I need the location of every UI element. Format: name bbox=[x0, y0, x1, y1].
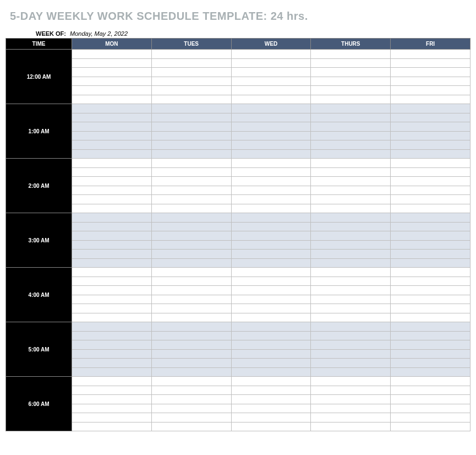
schedule-cell[interactable] bbox=[391, 359, 470, 368]
schedule-cell[interactable] bbox=[231, 167, 311, 177]
schedule-cell[interactable] bbox=[391, 195, 470, 204]
schedule-cell[interactable] bbox=[391, 122, 470, 132]
schedule-cell[interactable] bbox=[231, 367, 311, 377]
schedule-cell[interactable] bbox=[311, 122, 391, 132]
schedule-cell[interactable] bbox=[311, 413, 391, 422]
schedule-cell[interactable] bbox=[311, 295, 391, 304]
schedule-cell[interactable] bbox=[151, 359, 231, 368]
schedule-cell[interactable] bbox=[311, 250, 391, 259]
schedule-cell[interactable] bbox=[72, 240, 152, 250]
schedule-cell[interactable] bbox=[231, 149, 311, 159]
schedule-cell[interactable] bbox=[151, 277, 231, 286]
schedule-cell[interactable] bbox=[231, 386, 311, 395]
schedule-cell[interactable] bbox=[151, 149, 231, 159]
schedule-cell[interactable] bbox=[311, 77, 391, 86]
schedule-cell[interactable] bbox=[311, 377, 391, 386]
schedule-cell[interactable] bbox=[391, 240, 470, 250]
schedule-cell[interactable] bbox=[151, 113, 231, 122]
schedule-cell[interactable] bbox=[311, 231, 391, 241]
schedule-cell[interactable] bbox=[231, 204, 311, 213]
schedule-cell[interactable] bbox=[231, 250, 311, 259]
schedule-cell[interactable] bbox=[391, 413, 470, 422]
schedule-cell[interactable] bbox=[151, 295, 231, 304]
schedule-cell[interactable] bbox=[72, 367, 152, 377]
schedule-cell[interactable] bbox=[151, 86, 231, 95]
schedule-cell[interactable] bbox=[311, 395, 391, 404]
schedule-cell[interactable] bbox=[391, 113, 470, 122]
schedule-cell[interactable] bbox=[151, 422, 231, 431]
schedule-cell[interactable] bbox=[311, 95, 391, 104]
schedule-cell[interactable] bbox=[391, 50, 470, 59]
schedule-cell[interactable] bbox=[151, 258, 231, 268]
schedule-cell[interactable] bbox=[311, 422, 391, 431]
schedule-cell[interactable] bbox=[391, 204, 470, 213]
schedule-cell[interactable] bbox=[391, 268, 470, 277]
schedule-cell[interactable] bbox=[231, 195, 311, 204]
schedule-cell[interactable] bbox=[151, 213, 231, 223]
schedule-cell[interactable] bbox=[231, 395, 311, 404]
schedule-cell[interactable] bbox=[72, 422, 152, 431]
schedule-cell[interactable] bbox=[311, 204, 391, 213]
schedule-cell[interactable] bbox=[311, 322, 391, 332]
schedule-cell[interactable] bbox=[72, 213, 152, 223]
schedule-cell[interactable] bbox=[151, 167, 231, 177]
schedule-cell[interactable] bbox=[72, 377, 152, 386]
schedule-cell[interactable] bbox=[391, 213, 470, 223]
schedule-cell[interactable] bbox=[151, 104, 231, 113]
schedule-cell[interactable] bbox=[72, 322, 152, 332]
schedule-cell[interactable] bbox=[231, 213, 311, 223]
schedule-cell[interactable] bbox=[151, 268, 231, 277]
schedule-cell[interactable] bbox=[72, 113, 152, 122]
schedule-cell[interactable] bbox=[231, 322, 311, 332]
schedule-cell[interactable] bbox=[391, 404, 470, 413]
schedule-cell[interactable] bbox=[231, 404, 311, 413]
schedule-cell[interactable] bbox=[72, 131, 152, 140]
schedule-cell[interactable] bbox=[311, 240, 391, 250]
schedule-cell[interactable] bbox=[311, 159, 391, 168]
schedule-cell[interactable] bbox=[151, 77, 231, 86]
schedule-cell[interactable] bbox=[311, 313, 391, 322]
schedule-cell[interactable] bbox=[72, 404, 152, 413]
schedule-cell[interactable] bbox=[72, 195, 152, 204]
schedule-cell[interactable] bbox=[231, 313, 311, 322]
schedule-cell[interactable] bbox=[151, 322, 231, 332]
schedule-cell[interactable] bbox=[391, 177, 470, 186]
schedule-cell[interactable] bbox=[151, 204, 231, 213]
schedule-cell[interactable] bbox=[391, 322, 470, 332]
schedule-cell[interactable] bbox=[231, 258, 311, 268]
schedule-cell[interactable] bbox=[311, 113, 391, 122]
schedule-cell[interactable] bbox=[391, 231, 470, 241]
schedule-cell[interactable] bbox=[72, 277, 152, 286]
schedule-cell[interactable] bbox=[231, 240, 311, 250]
schedule-cell[interactable] bbox=[231, 295, 311, 304]
schedule-cell[interactable] bbox=[391, 422, 470, 431]
schedule-cell[interactable] bbox=[151, 367, 231, 377]
schedule-cell[interactable] bbox=[151, 50, 231, 59]
schedule-cell[interactable] bbox=[391, 331, 470, 340]
schedule-cell[interactable] bbox=[391, 159, 470, 168]
schedule-cell[interactable] bbox=[391, 395, 470, 404]
schedule-cell[interactable] bbox=[391, 295, 470, 304]
schedule-cell[interactable] bbox=[231, 331, 311, 340]
schedule-cell[interactable] bbox=[391, 367, 470, 377]
schedule-cell[interactable] bbox=[72, 50, 152, 59]
schedule-cell[interactable] bbox=[72, 222, 152, 231]
schedule-cell[interactable] bbox=[231, 58, 311, 68]
schedule-cell[interactable] bbox=[231, 104, 311, 113]
schedule-cell[interactable] bbox=[72, 159, 152, 168]
schedule-cell[interactable] bbox=[231, 286, 311, 295]
schedule-cell[interactable] bbox=[391, 349, 470, 359]
schedule-cell[interactable] bbox=[151, 186, 231, 195]
schedule-cell[interactable] bbox=[151, 404, 231, 413]
schedule-cell[interactable] bbox=[391, 377, 470, 386]
schedule-cell[interactable] bbox=[72, 177, 152, 186]
schedule-cell[interactable] bbox=[231, 140, 311, 150]
schedule-cell[interactable] bbox=[231, 422, 311, 431]
schedule-cell[interactable] bbox=[72, 186, 152, 195]
schedule-cell[interactable] bbox=[151, 222, 231, 231]
schedule-cell[interactable] bbox=[231, 268, 311, 277]
schedule-cell[interactable] bbox=[151, 386, 231, 395]
schedule-cell[interactable] bbox=[391, 104, 470, 113]
schedule-cell[interactable] bbox=[311, 50, 391, 59]
schedule-cell[interactable] bbox=[231, 113, 311, 122]
